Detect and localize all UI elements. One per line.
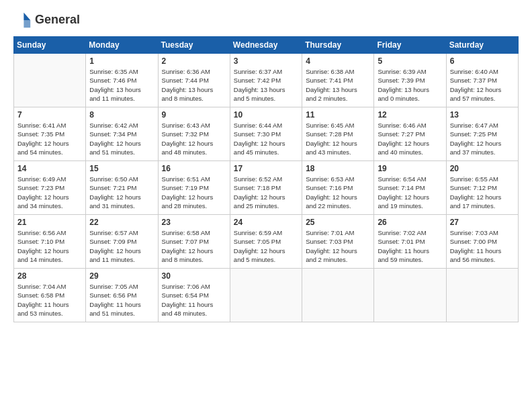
day-number: 29 (89, 271, 154, 281)
logo-icon (13, 11, 32, 30)
day-number: 13 (450, 110, 515, 120)
calendar-cell: 11Sunrise: 6:45 AMSunset: 7:28 PMDayligh… (302, 107, 374, 161)
calendar-week-row: 14Sunrise: 6:49 AMSunset: 7:23 PMDayligh… (14, 161, 519, 215)
day-number: 6 (450, 56, 515, 66)
calendar-cell (374, 269, 446, 322)
header: General (13, 11, 519, 30)
day-info: Sunrise: 6:38 AMSunset: 7:41 PMDaylight:… (306, 67, 370, 103)
calendar-cell: 21Sunrise: 6:56 AMSunset: 7:10 PMDayligh… (14, 215, 86, 269)
logo-general: General (35, 13, 80, 27)
svg-marker-0 (24, 13, 30, 20)
calendar-cell: 27Sunrise: 7:03 AMSunset: 7:00 PMDayligh… (446, 215, 518, 269)
calendar-week-row: 21Sunrise: 6:56 AMSunset: 7:10 PMDayligh… (14, 215, 519, 269)
weekday-header: Wednesday (230, 37, 302, 54)
day-info: Sunrise: 6:36 AMSunset: 7:44 PMDaylight:… (162, 67, 226, 103)
day-number: 26 (378, 218, 442, 227)
day-info: Sunrise: 6:56 AMSunset: 7:10 PMDaylight:… (17, 228, 82, 264)
calendar-cell: 22Sunrise: 6:57 AMSunset: 7:09 PMDayligh… (86, 215, 158, 269)
day-info: Sunrise: 7:04 AMSunset: 6:58 PMDaylight:… (17, 282, 82, 318)
calendar-cell: 12Sunrise: 6:46 AMSunset: 7:27 PMDayligh… (374, 107, 446, 161)
day-info: Sunrise: 7:01 AMSunset: 7:03 PMDaylight:… (306, 228, 370, 264)
day-number: 14 (17, 164, 82, 173)
day-number: 21 (17, 218, 82, 227)
day-info: Sunrise: 6:58 AMSunset: 7:07 PMDaylight:… (162, 228, 226, 264)
day-number: 5 (378, 56, 442, 66)
calendar-cell: 7Sunrise: 6:41 AMSunset: 7:35 PMDaylight… (14, 107, 86, 161)
day-number: 1 (89, 56, 154, 66)
calendar-week-row: 7Sunrise: 6:41 AMSunset: 7:35 PMDaylight… (14, 107, 519, 161)
day-number: 17 (234, 164, 298, 173)
day-number: 8 (89, 110, 154, 120)
day-number: 9 (162, 110, 226, 120)
calendar-cell: 3Sunrise: 6:37 AMSunset: 7:42 PMDaylight… (230, 54, 302, 107)
calendar-cell: 26Sunrise: 7:02 AMSunset: 7:01 PMDayligh… (374, 215, 446, 269)
calendar-cell: 28Sunrise: 7:04 AMSunset: 6:58 PMDayligh… (14, 269, 86, 322)
day-info: Sunrise: 6:40 AMSunset: 7:37 PMDaylight:… (450, 67, 515, 103)
day-number: 3 (234, 56, 298, 66)
day-info: Sunrise: 6:35 AMSunset: 7:46 PMDaylight:… (89, 67, 154, 103)
day-number: 10 (234, 110, 298, 120)
calendar-cell: 25Sunrise: 7:01 AMSunset: 7:03 PMDayligh… (302, 215, 374, 269)
calendar-cell (446, 269, 518, 322)
day-info: Sunrise: 6:53 AMSunset: 7:16 PMDaylight:… (306, 175, 370, 210)
calendar-cell: 1Sunrise: 6:35 AMSunset: 7:46 PMDaylight… (86, 54, 158, 107)
day-number: 2 (162, 56, 226, 66)
calendar-cell: 17Sunrise: 6:52 AMSunset: 7:18 PMDayligh… (230, 161, 302, 215)
day-number: 24 (234, 218, 298, 227)
day-info: Sunrise: 6:49 AMSunset: 7:23 PMDaylight:… (17, 175, 82, 210)
day-info: Sunrise: 6:39 AMSunset: 7:39 PMDaylight:… (378, 67, 442, 103)
day-info: Sunrise: 7:05 AMSunset: 6:56 PMDaylight:… (89, 282, 154, 318)
day-info: Sunrise: 6:37 AMSunset: 7:42 PMDaylight:… (234, 67, 298, 103)
calendar-cell: 20Sunrise: 6:55 AMSunset: 7:12 PMDayligh… (446, 161, 518, 215)
day-info: Sunrise: 6:51 AMSunset: 7:19 PMDaylight:… (162, 175, 226, 210)
day-number: 30 (162, 271, 226, 281)
day-info: Sunrise: 6:55 AMSunset: 7:12 PMDaylight:… (450, 175, 515, 210)
day-info: Sunrise: 6:41 AMSunset: 7:35 PMDaylight:… (17, 121, 82, 156)
day-number: 7 (17, 110, 82, 120)
calendar-cell (230, 269, 302, 322)
day-info: Sunrise: 6:44 AMSunset: 7:30 PMDaylight:… (234, 121, 298, 156)
weekday-header: Monday (86, 37, 158, 54)
day-info: Sunrise: 7:03 AMSunset: 7:00 PMDaylight:… (450, 228, 515, 264)
weekday-header: Thursday (302, 37, 374, 54)
day-number: 18 (306, 164, 370, 173)
day-info: Sunrise: 6:57 AMSunset: 7:09 PMDaylight:… (89, 228, 154, 264)
day-info: Sunrise: 6:59 AMSunset: 7:05 PMDaylight:… (234, 228, 298, 264)
day-number: 19 (378, 164, 442, 173)
svg-marker-1 (24, 20, 30, 28)
calendar-cell: 2Sunrise: 6:36 AMSunset: 7:44 PMDaylight… (158, 54, 230, 107)
calendar-header-row: SundayMondayTuesdayWednesdayThursdayFrid… (14, 37, 519, 54)
day-info: Sunrise: 6:42 AMSunset: 7:34 PMDaylight:… (89, 121, 154, 156)
calendar-week-row: 28Sunrise: 7:04 AMSunset: 6:58 PMDayligh… (14, 269, 519, 322)
day-number: 28 (17, 271, 82, 281)
calendar-cell: 9Sunrise: 6:43 AMSunset: 7:32 PMDaylight… (158, 107, 230, 161)
day-info: Sunrise: 6:45 AMSunset: 7:28 PMDaylight:… (306, 121, 370, 156)
weekday-header: Friday (374, 37, 446, 54)
day-number: 12 (378, 110, 442, 120)
calendar-cell: 16Sunrise: 6:51 AMSunset: 7:19 PMDayligh… (158, 161, 230, 215)
logo: General (13, 11, 80, 30)
day-number: 11 (306, 110, 370, 120)
calendar-cell (302, 269, 374, 322)
calendar-cell: 29Sunrise: 7:05 AMSunset: 6:56 PMDayligh… (86, 269, 158, 322)
calendar-table: SundayMondayTuesdayWednesdayThursdayFrid… (13, 36, 519, 322)
day-number: 4 (306, 56, 370, 66)
day-info: Sunrise: 7:06 AMSunset: 6:54 PMDaylight:… (162, 282, 226, 318)
calendar-week-row: 1Sunrise: 6:35 AMSunset: 7:46 PMDaylight… (14, 54, 519, 107)
day-info: Sunrise: 6:50 AMSunset: 7:21 PMDaylight:… (89, 175, 154, 210)
weekday-header: Tuesday (158, 37, 230, 54)
day-number: 25 (306, 218, 370, 227)
calendar-cell: 23Sunrise: 6:58 AMSunset: 7:07 PMDayligh… (158, 215, 230, 269)
day-number: 22 (89, 218, 154, 227)
calendar-cell: 13Sunrise: 6:47 AMSunset: 7:25 PMDayligh… (446, 107, 518, 161)
calendar-cell: 8Sunrise: 6:42 AMSunset: 7:34 PMDaylight… (86, 107, 158, 161)
calendar-cell: 5Sunrise: 6:39 AMSunset: 7:39 PMDaylight… (374, 54, 446, 107)
day-number: 16 (162, 164, 226, 173)
calendar-cell: 14Sunrise: 6:49 AMSunset: 7:23 PMDayligh… (14, 161, 86, 215)
day-info: Sunrise: 6:54 AMSunset: 7:14 PMDaylight:… (378, 175, 442, 210)
calendar-cell: 19Sunrise: 6:54 AMSunset: 7:14 PMDayligh… (374, 161, 446, 215)
day-number: 20 (450, 164, 515, 173)
day-number: 27 (450, 218, 515, 227)
calendar-cell: 15Sunrise: 6:50 AMSunset: 7:21 PMDayligh… (86, 161, 158, 215)
calendar-cell (14, 54, 86, 107)
